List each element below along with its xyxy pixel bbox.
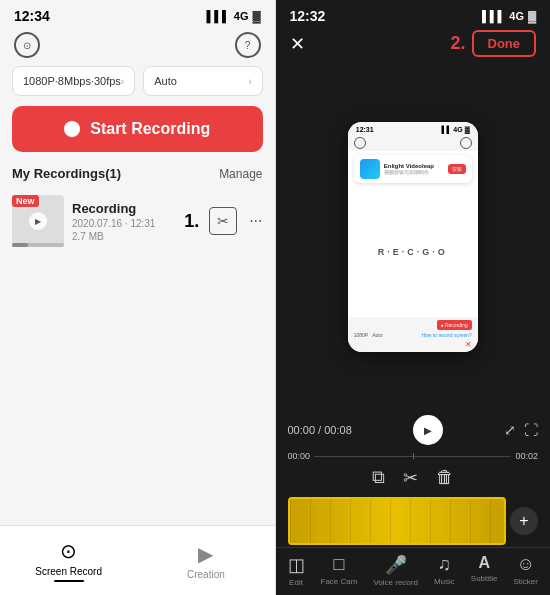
expand-icon[interactable]: ⤢ [504, 422, 516, 438]
step2-label: 2. [450, 33, 465, 54]
recordings-title: My Recordings(1) [12, 166, 121, 181]
right-status-bar: 12:32 ▌▌▌ 4G ▓ [276, 0, 551, 28]
recordings-header: My Recordings(1) Manage [0, 166, 275, 189]
left-status-bar: 12:34 ▌▌▌ 4G ▓ [0, 0, 275, 28]
scissors-button[interactable]: ✂ [209, 207, 237, 235]
audio-label: Auto [154, 75, 177, 87]
left-header: ⊙ ? [0, 28, 275, 66]
edit-icon: ◫ [288, 554, 305, 576]
edit-tools: ⧉ ✂ 🗑 [276, 463, 551, 495]
thumbnail-container: ▶ New [12, 195, 64, 247]
screen-record-icon: ⊙ [60, 539, 77, 563]
more-button[interactable]: ··· [249, 212, 262, 230]
trash-tool[interactable]: 🗑 [436, 467, 454, 489]
mini-link: How to record screen? [421, 332, 471, 338]
fullscreen-icon[interactable]: ⛶ [524, 422, 538, 438]
timeline-right-icons: ⤢ ⛶ [504, 422, 538, 438]
manage-link[interactable]: Manage [219, 167, 262, 181]
tool-sticker[interactable]: ☺ Sticker [514, 554, 538, 587]
phone-preview-footer: 1080P Auto ● Recording How to record scr… [348, 317, 478, 352]
mini-icons: ▌▌ 4G ▓ [442, 126, 470, 133]
duration-bar [12, 243, 64, 247]
signal-icon: ▌▌▌ [206, 10, 229, 22]
app-install-btn: 安装 [448, 164, 466, 174]
done-button[interactable]: Done [472, 30, 537, 57]
new-badge: New [12, 195, 39, 207]
mini-settings: 1080P Auto [354, 332, 383, 338]
play-icon[interactable]: ▶ [29, 212, 47, 230]
audio-chevron: › [248, 76, 251, 87]
voice-record-icon: 🎤 [385, 554, 407, 576]
record-button-label: Start Recording [90, 120, 210, 138]
recording-item: ▶ New Recording 2020.07.16 · 12:31 2.7 M… [0, 189, 275, 253]
right-network-icon: 4G [509, 10, 524, 22]
strip-inner [290, 499, 505, 543]
ruler-start: 00:00 [288, 451, 311, 461]
play-button[interactable]: ▶ [413, 415, 443, 445]
quality-label: 1080P·8Mbps·30fps [23, 75, 121, 87]
start-recording-button[interactable]: Start Recording [12, 106, 263, 152]
mini-record-label: ● Recording [437, 320, 472, 330]
mini-audio: Auto [372, 332, 382, 338]
subtitle-label: Subtitle [471, 574, 498, 583]
phone-preview: 12:31 ▌▌ 4G ▓ Enlight Videoleap 视频剪辑与后期制… [348, 122, 478, 352]
tool-face-cam[interactable]: □ Face Cam [321, 554, 358, 587]
ruler-end: 00:02 [515, 451, 538, 461]
help-icon[interactable]: ? [235, 32, 261, 58]
nav-underline [54, 580, 84, 582]
tool-subtitle[interactable]: A Subtitle [471, 554, 498, 587]
close-button[interactable]: ✕ [290, 35, 305, 53]
face-cam-icon: □ [334, 554, 345, 575]
recording-name: Recording [72, 201, 176, 216]
sticker-icon: ☺ [517, 554, 535, 575]
app-icon [360, 159, 380, 179]
app-sub: 视频剪辑与后期制作 [384, 169, 444, 175]
music-icon: ♫ [438, 554, 452, 575]
settings-row: 1080P·8Mbps·30fps › Auto › [0, 66, 275, 106]
video-strip: + [276, 495, 551, 547]
strip-frames [288, 497, 507, 545]
music-label: Music [434, 577, 455, 586]
left-panel: 12:34 ▌▌▌ 4G ▓ ⊙ ? 1080P·8Mbps·30fps › A… [0, 0, 275, 595]
total-time: 00:08 [324, 424, 352, 436]
right-panel: 12:32 ▌▌▌ 4G ▓ ✕ 2. Done 12:31 ▌▌ 4G ▓ [276, 0, 551, 595]
sticker-label: Sticker [514, 577, 538, 586]
subtitle-icon: A [478, 554, 490, 572]
mini-close-icon: ✕ [465, 340, 472, 349]
nav-item-screen-record[interactable]: ⊙ Screen Record [0, 526, 137, 595]
right-header: ✕ 2. Done [276, 28, 551, 63]
bottom-toolbar: ◫ Edit □ Face Cam 🎤 Voice record ♫ Music… [276, 547, 551, 595]
creation-label: Creation [187, 569, 225, 580]
screen-record-label: Screen Record [35, 566, 102, 577]
audio-button[interactable]: Auto › [143, 66, 262, 96]
tool-music[interactable]: ♫ Music [434, 554, 455, 587]
edit-label: Edit [289, 578, 303, 587]
recording-size: 2.7 MB [72, 231, 176, 242]
tool-voice-record[interactable]: 🎤 Voice record [373, 554, 417, 587]
step2-badge: 2. Done [450, 30, 536, 57]
current-time: 00:00 [288, 424, 316, 436]
scissors-tool[interactable]: ✂ [403, 467, 418, 489]
record-dot [64, 121, 80, 137]
app-card: Enlight Videoleap 视频剪辑与后期制作 安装 [354, 155, 472, 183]
add-clip-button[interactable]: + [510, 507, 538, 535]
tool-edit[interactable]: ◫ Edit [288, 554, 305, 587]
quality-button[interactable]: 1080P·8Mbps·30fps › [12, 66, 135, 96]
creation-icon: ▶ [198, 542, 213, 566]
logo-area: R·E·C·G·O [348, 187, 478, 317]
quality-chevron: › [121, 76, 124, 87]
voice-record-label: Voice record [373, 578, 417, 587]
right-signal-icon: ▌▌▌ [482, 10, 505, 22]
ruler-tick [413, 453, 414, 459]
step1-label: 1. [184, 211, 199, 232]
recording-date: 2020.07.16 · 12:31 [72, 218, 176, 229]
ruler-line [314, 456, 511, 457]
record-circle-icon[interactable]: ⊙ [14, 32, 40, 58]
right-time: 12:32 [290, 8, 326, 24]
preview-area: 12:31 ▌▌ 4G ▓ Enlight Videoleap 视频剪辑与后期制… [276, 63, 551, 411]
face-cam-label: Face Cam [321, 577, 358, 586]
nav-item-creation[interactable]: ▶ Creation [137, 526, 274, 595]
copy-tool[interactable]: ⧉ [372, 467, 385, 489]
phone-preview-header [348, 135, 478, 151]
mini-circle-icon [354, 137, 366, 149]
